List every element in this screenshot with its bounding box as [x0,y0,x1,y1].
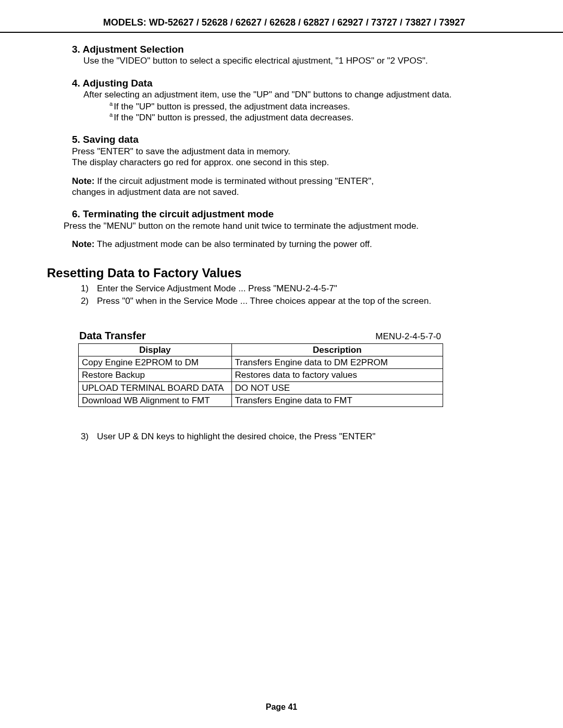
section-6: 6. Terminating the circuit adjustment mo… [47,208,521,250]
col-header-description: Description [231,343,443,356]
section-3-title: 3. Adjustment Selection [72,43,521,56]
after-table-steps: 3) User UP & DN keys to highlight the de… [78,431,521,442]
reset-steps: 1) Enter the Service Adjustment Mode ...… [78,283,521,306]
table-caption-row: Data Transfer MENU-2-4-5-7-0 [78,329,443,343]
note-label: Note: [72,239,94,249]
section-3-body: Use the "VIDEO" button to select a speci… [83,55,521,66]
section-4-bullet-up: aIf the "UP" button is pressed, the adju… [109,101,521,112]
section-5-line2: The display characters go red for approx… [72,157,521,168]
item-number: 2) [78,295,89,306]
section-4-bullet-dn: aIf the "DN" button is pressed, the adju… [109,112,521,123]
section-4: 4. Adjusting Data After selecting an adj… [47,77,521,124]
table-header-row: Display Description [79,343,443,356]
resetting-title: Resetting Data to Factory Values [47,265,521,281]
bullet-dn-text: If the "DN" button is pressed, the adjus… [114,113,353,122]
item-text: Press "0" when in the Service Mode ... T… [97,295,431,306]
item-text: Enter the Service Adjustment Mode ... Pr… [97,283,337,294]
section-5: 5. Saving data Press "ENTER" to save the… [47,133,521,198]
header-divider [0,32,563,33]
list-item: 3) User UP & DN keys to highlight the de… [78,431,521,442]
list-item: 1) Enter the Service Adjustment Mode ...… [78,283,521,294]
table-menu-code: MENU-2-4-5-7-0 [375,331,441,342]
section-5-line1: Press "ENTER" to save the adjustment dat… [72,146,521,157]
note-text: If the circuit adjustment mode is termin… [72,176,374,197]
bullet-marker-icon: a [109,101,113,107]
note-label: Note: [72,176,94,186]
cell-description: Transfers Engine data to FMT [231,394,443,406]
models-header: MODELS: WD-52627 / 52628 / 62627 / 62628… [47,17,521,32]
table-row: UPLOAD TERMINAL BOARD DATA DO NOT USE [79,381,443,394]
cell-description: DO NOT USE [231,381,443,394]
cell-display: Download WB Alignment to FMT [79,394,232,406]
table-row: Download WB Alignment to FMT Transfers E… [79,394,443,406]
table-row: Copy Engine E2PROM to DM Transfers Engin… [79,356,443,369]
cell-description: Transfers Engine data to DM E2PROM [231,356,443,369]
item-text: User UP & DN keys to highlight the desir… [97,431,375,442]
section-4-title: 4. Adjusting Data [72,77,521,90]
table-row: Restore Backup Restores data to factory … [79,369,443,381]
col-header-display: Display [79,343,232,356]
section-3: 3. Adjustment Selection Use the "VIDEO" … [47,43,521,67]
section-6-body: Press the "MENU" button on the remote ha… [64,220,521,231]
cell-display: Restore Backup [79,369,232,381]
item-number: 1) [78,283,89,294]
page: MODELS: WD-52627 / 52628 / 62627 / 62628… [0,0,563,728]
bullet-up-text: If the "UP" button is pressed, the adjus… [114,101,350,111]
section-5-title: 5. Saving data [72,133,521,146]
section-5-note: Note: If the circuit adjustment mode is … [72,176,406,198]
table-title: Data Transfer [79,329,146,342]
section-6-title: 6. Terminating the circuit adjustment mo… [72,208,521,220]
item-number: 3) [78,431,89,442]
cell-display: UPLOAD TERMINAL BOARD DATA [79,381,232,394]
page-footer: Page 41 [0,702,563,712]
note-text: The adjustment mode can be also terminat… [94,239,372,249]
cell-display: Copy Engine E2PROM to DM [79,356,232,369]
data-transfer-table: Display Description Copy Engine E2PROM t… [78,343,443,407]
section-4-body: After selecting an adjustment item, use … [83,89,521,100]
bullet-marker-icon: a [109,112,113,118]
list-item: 2) Press "0" when in the Service Mode ..… [78,295,521,306]
section-6-note: Note: The adjustment mode can be also te… [72,239,406,250]
data-transfer-block: Data Transfer MENU-2-4-5-7-0 Display Des… [78,329,443,407]
cell-description: Restores data to factory values [231,369,443,381]
